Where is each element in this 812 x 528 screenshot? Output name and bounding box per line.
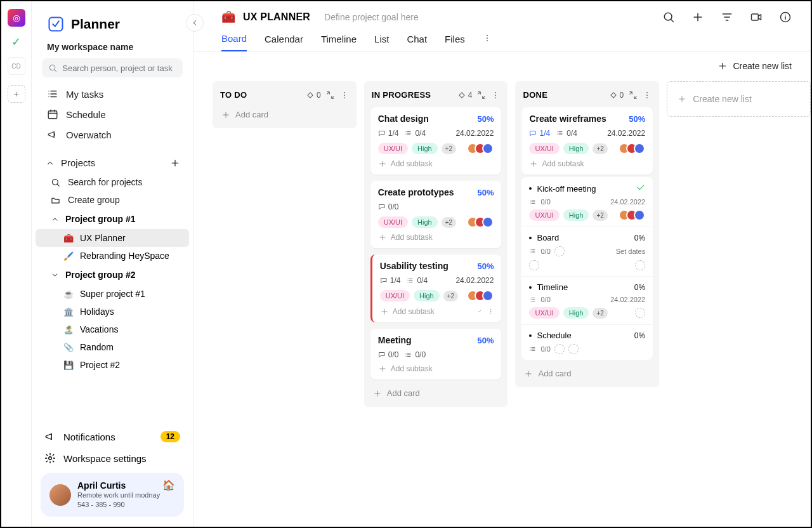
task-card[interactable]: Meeting 50% 0/0 0/0 Add subtask	[370, 329, 502, 380]
add-subtask[interactable]: Add subtask	[378, 159, 433, 168]
subtask-row[interactable]: Timeline 0% 0/0 24.02.2022 UX/UIHigh+2	[521, 276, 653, 324]
tab-list[interactable]: List	[374, 34, 389, 51]
tag-more[interactable]: +2	[593, 308, 607, 319]
create-new-list-column[interactable]: Create new list	[667, 81, 811, 117]
avatar-stack[interactable]	[471, 290, 494, 301]
add-subtask[interactable]: Add subtask	[380, 307, 435, 316]
diamond-icon	[457, 91, 466, 100]
collapse-icon[interactable]	[477, 91, 486, 100]
project-item[interactable]: 💾 Project #2	[36, 356, 189, 374]
create-new-list-top[interactable]: Create new list	[193, 52, 811, 71]
rail-app-cd[interactable]: CD	[8, 57, 25, 75]
filter-icon[interactable]	[721, 11, 733, 23]
avatar-stack[interactable]	[622, 209, 645, 221]
list-icon	[405, 351, 412, 359]
rail-add[interactable]: +	[8, 85, 25, 103]
tag-more[interactable]: +2	[443, 291, 458, 301]
avatar-stack[interactable]	[471, 143, 494, 154]
create-group[interactable]: Create group	[32, 191, 193, 209]
rail-app-targets[interactable]: ◎	[8, 9, 25, 27]
nav-my-tasks[interactable]: My tasks	[32, 84, 193, 104]
add-card[interactable]: Add card	[521, 366, 653, 381]
svg-point-19	[490, 309, 491, 310]
tag-more[interactable]: +2	[593, 210, 607, 221]
task-card[interactable]: Create wireframes 50% 1/4 0/4 24.02.2022…	[521, 107, 653, 175]
nav-overwatch[interactable]: Overwatch	[32, 124, 193, 145]
project-group-toggle[interactable]: Project group #2	[32, 265, 193, 285]
svg-point-16	[495, 92, 497, 93]
more-icon[interactable]	[643, 91, 652, 100]
more-icon[interactable]	[488, 307, 494, 316]
tag-more[interactable]: +2	[442, 143, 456, 154]
svg-point-12	[344, 92, 345, 93]
list-icon	[529, 296, 537, 303]
info-icon[interactable]	[779, 11, 792, 23]
plus-icon	[378, 233, 387, 242]
tab-calendar[interactable]: Calendar	[265, 34, 303, 51]
projects-toggle[interactable]: Projects	[46, 157, 95, 168]
sidebar-search[interactable]	[42, 58, 183, 77]
add-card[interactable]: Add card	[219, 107, 350, 122]
subtask-row[interactable]: Schedule 0% 0/0	[521, 324, 653, 360]
list-icon	[529, 345, 537, 353]
tag-more[interactable]: +2	[442, 217, 456, 228]
project-item[interactable]: ☕ Super project #1	[36, 285, 189, 303]
gear-icon	[44, 452, 56, 464]
project-item[interactable]: 🏛️ Holidays	[36, 303, 189, 320]
search-icon	[48, 63, 57, 73]
rail-app-check[interactable]: ✓	[8, 33, 25, 51]
project-item[interactable]: 🧰 UX Planner	[36, 229, 189, 247]
sidebar-search-input[interactable]	[62, 63, 176, 73]
task-card[interactable]: Create prototypes 50% 0/0 UX/UIHigh+2Add…	[370, 181, 502, 248]
avatar-stack[interactable]	[622, 143, 645, 154]
tabs-more[interactable]	[483, 34, 492, 51]
board-column: DONE 0 Create wireframes 50% 1/4 0/4 24.…	[515, 81, 659, 387]
chevron-icon	[51, 215, 59, 223]
collapse-icon[interactable]	[629, 91, 638, 100]
project-item[interactable]: 🖌️ Rebranding HeySpace	[36, 247, 189, 265]
tab-timeline[interactable]: Timeline	[321, 34, 357, 51]
more-icon[interactable]	[340, 91, 349, 100]
project-item-icon: 🏝️	[63, 324, 74, 334]
check-icon[interactable]	[478, 307, 481, 316]
nav-schedule[interactable]: Schedule	[32, 104, 193, 124]
task-card[interactable]: Usability testing 50% 1/4 0/4 24.02.2022…	[370, 254, 502, 322]
tab-chat[interactable]: Chat	[407, 34, 427, 51]
tag-more[interactable]: +2	[593, 143, 607, 154]
tab-files[interactable]: Files	[445, 34, 465, 51]
search-projects[interactable]: Search for projects	[32, 173, 193, 191]
add-subtask[interactable]: Add subtask	[378, 364, 433, 373]
add-project-icon[interactable]	[170, 158, 180, 168]
collapse-icon[interactable]	[326, 91, 335, 100]
add-icon[interactable]	[691, 11, 704, 23]
subtask-row[interactable]: Kick-off meeting 0/0 24.02.2022 UX/UIHig…	[521, 177, 653, 227]
project-item-icon: 💾	[63, 360, 74, 370]
check-icon[interactable]	[636, 183, 645, 192]
folder-icon	[51, 195, 60, 205]
add-card[interactable]: Add card	[370, 386, 502, 400]
sidebar-collapse-button[interactable]	[186, 14, 204, 32]
workspace-name[interactable]: My workspace name	[32, 42, 193, 58]
project-goal-input[interactable]: Define project goal here	[324, 12, 419, 22]
tab-board[interactable]: Board	[221, 33, 247, 51]
user-status-emoji: 🏠	[162, 479, 175, 491]
list-icon	[529, 248, 537, 255]
project-item-icon: 🧰	[63, 233, 74, 243]
add-subtask[interactable]: Add subtask	[529, 159, 584, 168]
avatar-stack[interactable]	[471, 216, 494, 228]
svg-rect-2	[48, 111, 57, 119]
subtask-row[interactable]: Board 0% 0/0 Set dates	[521, 227, 653, 276]
user-card[interactable]: April Curtis Remote work until modnay 54…	[41, 473, 184, 517]
more-icon[interactable]	[491, 91, 500, 100]
add-subtask[interactable]: Add subtask	[378, 233, 433, 242]
workspace-settings[interactable]: Workspace settings	[32, 447, 193, 473]
video-icon[interactable]	[750, 11, 763, 23]
project-item[interactable]: 📎 Random	[36, 338, 189, 356]
project-group-toggle[interactable]: Project group #1	[32, 209, 193, 229]
card-progress: 50%	[477, 336, 494, 345]
task-card[interactable]: Chat design 50% 1/4 0/4 24.02.2022UX/UIH…	[370, 107, 502, 175]
search-icon[interactable]	[662, 11, 675, 23]
project-item[interactable]: 🏝️ Vacations	[36, 320, 189, 338]
notifications[interactable]: Notifications 12	[32, 426, 193, 447]
column-title: TO DO	[220, 90, 247, 100]
